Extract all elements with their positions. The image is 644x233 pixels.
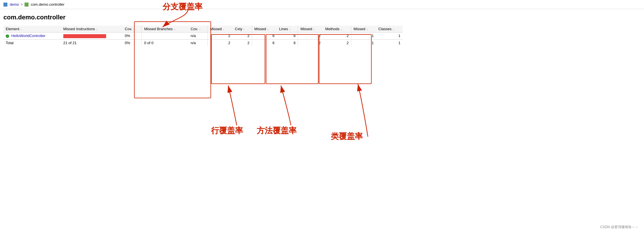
col-missed-instructions[interactable]: Missed Instructions ⬦ [61,26,123,32]
cell-total-cov1: 0% [123,39,142,46]
progress-bar-fill [63,34,106,38]
label-method-coverage: 方法覆盖率 [257,125,297,136]
cell-missed-lines: 6 [252,32,277,40]
col-missed-methods[interactable]: Missed ⬦ [298,26,323,32]
cell-missed-methods: 2 [298,32,323,40]
cell-total-missed-classes: 1 [351,39,376,46]
cell-lines: 6 [277,32,298,40]
col-lines[interactable]: Lines ⬦ [277,26,298,32]
breadcrumb-separator: > [21,2,23,7]
sort-icon-classes: ⬦ [392,28,394,31]
sort-icon-missed-branches: ⬦ [174,28,175,31]
coverage-table: Element ⬦ Missed Instructions ⬦ Cov. ⬦ M… [3,26,403,46]
col-cxty[interactable]: Cxty ⬦ [232,26,252,32]
arrow-method-coverage [262,83,319,140]
cell-branches-cov: n/a [189,32,208,40]
cell-total-classes: 1 [376,39,403,46]
cell-total-missed-methods: 2 [298,39,323,46]
sort-icon-lines: ⬦ [289,28,291,31]
cell-cxty: 2 [232,32,252,40]
table-total-row: Total 21 of 21 0% 0 of 0 n/a 2 2 6 6 2 2… [3,39,403,46]
sort-icon-cov2: ⬦ [199,28,201,31]
arrow-line-coverage [208,83,265,140]
label-line-coverage: 行覆盖率 [211,125,243,136]
breadcrumb-demo-link[interactable]: demo [10,2,19,7]
element-link[interactable]: HelloWorldController [11,34,46,38]
cell-total-methods: 2 [323,39,351,46]
footer: CSDN @爱琿珊瑚海～～ [600,225,638,230]
col-methods[interactable]: Methods ⬦ [323,26,351,32]
status-dot [6,34,9,38]
cell-total-missed-branches: 0 of 0 [142,39,189,46]
col-cov1[interactable]: Cov. ⬦ [123,26,142,32]
cell-total-cxty: 2 [232,39,252,46]
main-content: com.demo.controller Element ⬦ Missed Ins… [0,9,644,46]
cell-missed-instructions-bar [61,32,123,40]
col-missed-branches[interactable]: Missed Branches ⬦ [142,26,189,32]
cell-cov1: 0% [123,32,142,40]
cell-element: HelloWorldController [3,32,61,40]
sort-icon-cov1: ⬦ [133,28,135,31]
col-missed-classes[interactable]: Missed ⬦ [351,26,376,32]
footer-text: CSDN @爱琿珊瑚海～～ [600,225,638,229]
progress-bar [63,34,106,38]
sort-icon-element: ⬦ [20,28,22,31]
sort-icon-missed-classes: ⬦ [366,28,368,31]
sort-icon-missed-methods: ⬦ [313,28,315,31]
table-row: HelloWorldController 0% n/a 2 2 6 6 2 2 … [3,32,403,40]
sort-icon-missed-cxty: ⬦ [223,28,224,31]
sort-icon-missed-lines: ⬦ [267,28,269,31]
col-missed-cxty[interactable]: Missed ⬦ [208,26,232,32]
package-icon [25,3,29,7]
cell-total-missed-lines: 6 [252,39,277,46]
sort-icon-missed-instructions: ⬦ [96,28,98,31]
cell-total-lines: 6 [277,39,298,46]
label-class-coverage: 类覆盖率 [331,131,363,142]
cell-missed-cxty: 2 [208,32,232,40]
sort-icon-methods: ⬦ [341,28,342,31]
cell-classes: 1 [376,32,403,40]
cell-total-missed-cxty: 2 [208,39,232,46]
col-element[interactable]: Element ⬦ [3,26,61,32]
breadcrumb-package: com.demo.controller [31,2,64,7]
arrow-class-coverage [314,80,385,151]
page-title: com.demo.controller [3,14,641,21]
demo-icon [3,3,7,7]
col-missed-lines[interactable]: Missed ⬦ [252,26,277,32]
breadcrumb: demo > com.demo.controller [0,0,644,9]
cell-missed-classes: 1 [351,32,376,40]
cell-total-label: Total [3,39,61,46]
sort-icon-cxty: ⬦ [243,28,245,31]
col-classes[interactable]: Classes ⬦ [376,26,403,32]
col-cov2[interactable]: Cov. ⬦ [189,26,208,32]
cell-methods: 2 [323,32,351,40]
table-header-row: Element ⬦ Missed Instructions ⬦ Cov. ⬦ M… [3,26,403,32]
cell-total-missed-instructions: 21 of 21 [61,39,123,46]
cell-missed-branches [142,32,189,40]
cell-total-branches-cov: n/a [189,39,208,46]
